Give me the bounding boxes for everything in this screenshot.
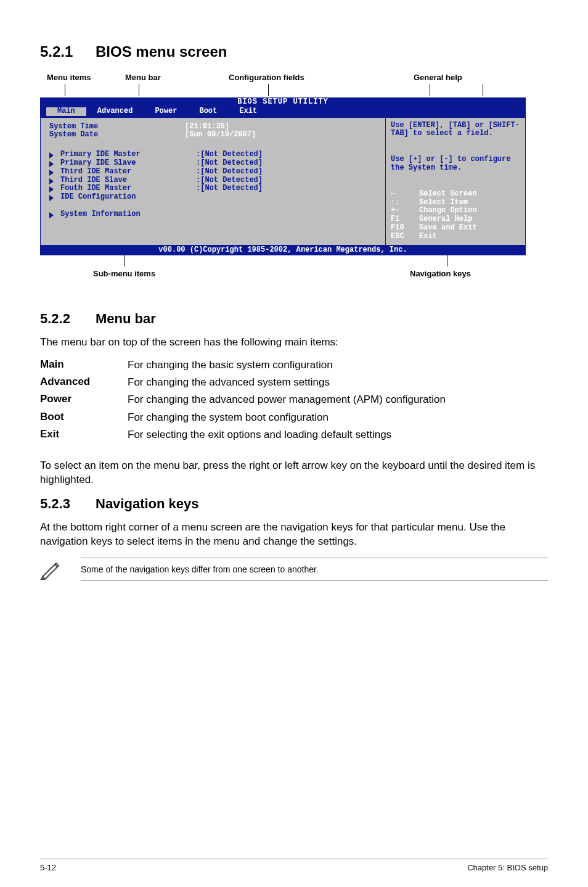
def-val: For changing the advanced power manageme…: [128, 393, 548, 406]
nav-key: ↔: [391, 190, 419, 199]
nav-key: ↑↓: [391, 199, 419, 207]
labels-bottom: Sub-menu items Navigation keys: [40, 255, 548, 284]
page-number: 5-12: [40, 863, 56, 872]
system-information[interactable]: System Information: [60, 210, 196, 219]
hint-text: Use [+] or [-] to configure the System t…: [391, 155, 520, 173]
bios-tab-exit[interactable]: Exit: [228, 107, 268, 116]
ide-configuration[interactable]: IDE Configuration: [60, 193, 196, 202]
def-key: Main: [40, 358, 128, 372]
paragraph: The menu bar on top of the screen has th…: [40, 336, 548, 350]
nav-key: ESC: [391, 233, 419, 241]
bios-right-pane: Use [ENTER], [TAB] or [SHIFT-TAB] to sel…: [385, 117, 526, 245]
row-val: :[Not Detected]: [196, 184, 263, 193]
def-val: For changing the basic system configurat…: [128, 358, 548, 372]
row-val: :[Not Detected]: [196, 168, 263, 176]
nav-label: Select Item: [419, 199, 468, 207]
pointer-line: [447, 255, 447, 266]
row-key: System Time: [49, 123, 185, 131]
bios-menubar: Main Advanced Power Boot Exit: [40, 107, 526, 117]
row-val[interactable]: [Sun 09/10/2007]: [185, 131, 256, 139]
def-key: Advanced: [40, 376, 128, 389]
nav-label: Change Option: [419, 207, 477, 215]
pencil-icon: [40, 558, 62, 580]
nav-label: Select Screen: [419, 190, 477, 199]
row-key[interactable]: Third IDE Slave: [60, 176, 196, 185]
row-key[interactable]: Primary IDE Slave: [60, 159, 196, 168]
row-val: :[Not Detected]: [196, 151, 263, 159]
row-key: System Date: [49, 131, 185, 139]
nav-label: General Help: [419, 215, 472, 224]
nav-keys: ↔Select Screen ↑↓Select Item +-Change Op…: [391, 190, 520, 241]
def-key: Boot: [40, 411, 128, 424]
row-val: :[Not Detected]: [196, 176, 263, 185]
bios-tab-advanced[interactable]: Advanced: [86, 107, 144, 116]
nav-label: Exit: [419, 233, 437, 241]
nav-key: F1: [391, 215, 419, 224]
note-text: Some of the navigation keys differ from …: [81, 558, 548, 581]
label-general-help: General help: [414, 73, 462, 82]
def-val: For changing the system boot configurati…: [128, 411, 548, 424]
bios-tab-boot[interactable]: Boot: [188, 107, 228, 116]
nav-key: +-: [391, 207, 419, 215]
label-menu-items: Menu items: [47, 73, 91, 82]
bios-diagram: Menu items Menu bar Configuration fields…: [40, 73, 548, 284]
heading-title: Navigation keys: [96, 496, 199, 511]
page-footer: 5-12 Chapter 5: BIOS setup: [40, 859, 548, 872]
paragraph: At the bottom right corner of a menu scr…: [40, 521, 548, 549]
label-menu-bar: Menu bar: [125, 73, 161, 82]
pointer-line: [268, 84, 269, 96]
bios-title: BIOS SETUP UTILITY: [40, 97, 526, 107]
heading-title: Menu bar: [96, 311, 156, 326]
row-key[interactable]: Third IDE Master: [60, 168, 196, 176]
pointer-line: [124, 255, 125, 266]
def-val: For selecting the exit options and loadi…: [128, 428, 548, 442]
labels-top: Menu items Menu bar Configuration fields…: [40, 73, 548, 97]
nav-label: Save and Exit: [419, 224, 477, 233]
pointer-line: [430, 84, 430, 96]
row-val: :[Not Detected]: [196, 159, 263, 168]
chapter-label: Chapter 5: BIOS setup: [467, 863, 548, 872]
note-box: Some of the navigation keys differ from …: [40, 558, 548, 581]
heading-num: 5.2.2: [40, 311, 96, 327]
bios-left-pane: System Time[21:01:35] System Date[Sun 09…: [40, 117, 385, 245]
pointer-line: [139, 84, 139, 96]
row-val[interactable]: [21:01:35]: [185, 123, 229, 131]
pointer-line: [65, 84, 65, 96]
def-val: For changing the advanced system setting…: [128, 376, 548, 389]
label-navkeys: Navigation keys: [410, 269, 471, 278]
nav-key: F10: [391, 224, 419, 233]
label-submenu: Sub-menu items: [93, 269, 155, 278]
bios-tab-main[interactable]: Main: [46, 107, 86, 116]
def-key: Exit: [40, 428, 128, 442]
heading-523: 5.2.3Navigation keys: [40, 496, 548, 512]
row-key[interactable]: Primary IDE Master: [60, 151, 196, 159]
def-key: Power: [40, 393, 128, 406]
heading-num: 5.2.3: [40, 496, 96, 512]
bios-tab-power[interactable]: Power: [144, 107, 188, 116]
bios-footer: v00.00 (C)Copyright 1985-2002, American …: [40, 245, 526, 256]
bios-window: BIOS SETUP UTILITY Main Advanced Power B…: [40, 97, 526, 255]
pointer-line: [483, 84, 483, 96]
paragraph: To select an item on the menu bar, press…: [40, 459, 548, 487]
heading-522: 5.2.2Menu bar: [40, 311, 548, 327]
heading-num: 5.2.1: [40, 43, 96, 60]
heading-521: 5.2.1BIOS menu screen: [40, 43, 548, 60]
row-key[interactable]: Fouth IDE Master: [60, 184, 196, 193]
heading-title: BIOS menu screen: [96, 43, 227, 60]
label-config-fields: Configuration fields: [229, 73, 304, 82]
hint-text: Use [ENTER], [TAB] or [SHIFT-TAB] to sel…: [391, 122, 520, 139]
